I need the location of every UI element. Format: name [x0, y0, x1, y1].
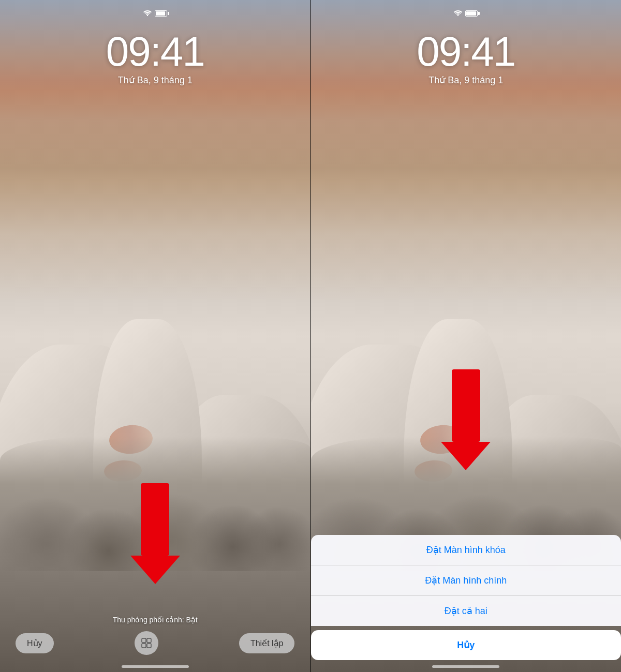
right-phone-panel: 09:41 Thứ Ba, 9 tháng 1 Đặt Màn hình khó… — [311, 0, 622, 672]
date-text-left: Thứ Ba, 9 tháng 1 — [0, 74, 310, 86]
time-display-left: 09:41 Thứ Ba, 9 tháng 1 — [0, 31, 310, 86]
time-text-left: 09:41 — [0, 31, 310, 72]
wifi-icon-left — [143, 9, 152, 18]
status-bar-left — [0, 0, 310, 23]
cancel-button-left[interactable]: Hủy — [16, 633, 54, 653]
perspective-text: Thu phóng phối cảnh: Bật — [0, 616, 310, 624]
bottom-buttons: Hủy Thiết lập — [0, 631, 310, 655]
status-bar-right — [311, 0, 622, 23]
cancel-button-right[interactable]: Hủy — [311, 630, 622, 660]
status-icons-left — [143, 9, 167, 18]
home-indicator-left — [122, 665, 189, 668]
svg-point-5 — [457, 15, 459, 16]
battery-fill-left — [156, 11, 166, 16]
action-sheet-menu: Đặt Màn hình khóa Đặt Màn hình chính Đặt… — [311, 535, 622, 626]
battery-fill-right — [466, 11, 476, 16]
action-set-both[interactable]: Đặt cả hai — [311, 596, 622, 626]
svg-point-0 — [147, 15, 148, 16]
action-set-homescreen[interactable]: Đặt Màn hình chính — [311, 565, 622, 596]
arrow-shaft-right — [452, 369, 480, 442]
wallpaper-switch-button[interactable] — [135, 631, 158, 655]
svg-rect-1 — [142, 638, 146, 643]
wifi-icon-right — [454, 9, 462, 18]
status-icons-right — [454, 9, 478, 18]
red-arrow-right — [441, 369, 491, 470]
time-display-right: 09:41 Thứ Ba, 9 tháng 1 — [311, 31, 622, 86]
svg-rect-3 — [142, 644, 146, 648]
arrow-shaft-left — [141, 483, 169, 556]
action-sheet: Đặt Màn hình khóa Đặt Màn hình chính Đặt… — [311, 535, 622, 672]
svg-rect-4 — [147, 644, 151, 648]
action-sheet-cancel-group: Hủy — [311, 630, 622, 660]
svg-rect-2 — [147, 638, 151, 643]
action-set-lockscreen[interactable]: Đặt Màn hình khóa — [311, 535, 622, 565]
bottom-controls-left: Thu phóng phối cảnh: Bật Hủy Thiết lập — [0, 616, 310, 672]
red-arrow-left — [130, 483, 180, 584]
arrow-head-left — [130, 556, 180, 584]
switch-icon — [141, 637, 152, 649]
battery-icon-left — [155, 10, 167, 17]
home-indicator-right — [432, 665, 499, 668]
set-button-left[interactable]: Thiết lập — [239, 633, 295, 653]
battery-icon-right — [465, 10, 478, 17]
time-text-right: 09:41 — [311, 31, 622, 72]
arrow-head-right — [441, 442, 491, 470]
left-phone-panel: 09:41 Thứ Ba, 9 tháng 1 Thu phóng phối c… — [0, 0, 310, 672]
date-text-right: Thứ Ba, 9 tháng 1 — [311, 74, 622, 86]
